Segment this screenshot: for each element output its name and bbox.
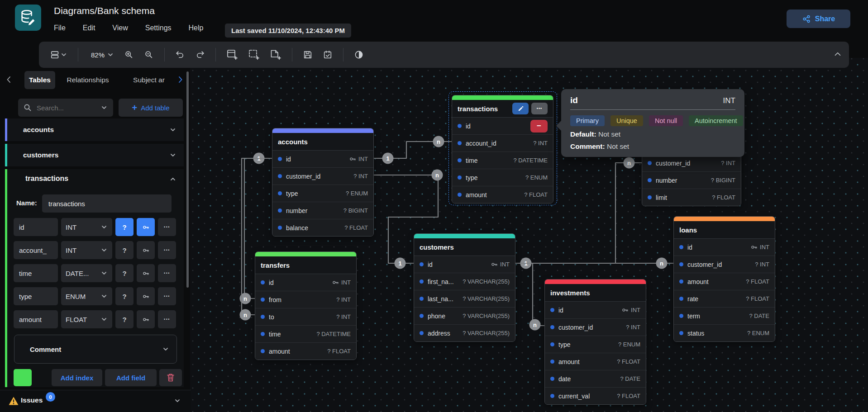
- table-field-row[interactable]: balance? FLOAT: [272, 219, 373, 236]
- collapse-toolbar-button[interactable]: [833, 49, 843, 59]
- table-header[interactable]: transfers: [255, 256, 356, 274]
- table-header[interactable]: customers: [414, 238, 515, 256]
- tab-subject-areas[interactable]: Subject ar: [127, 71, 171, 89]
- save-checkpoint-button[interactable]: [319, 46, 337, 64]
- nullable-toggle[interactable]: ?: [115, 310, 134, 328]
- primary-key-toggle[interactable]: [137, 310, 155, 328]
- field-name-input[interactable]: id: [14, 218, 58, 236]
- field-type-select[interactable]: FLOAT: [61, 310, 112, 328]
- table-field-row[interactable]: idINT: [545, 302, 646, 319]
- field-type-select[interactable]: ENUM: [61, 287, 112, 305]
- nullable-toggle[interactable]: ?: [115, 218, 134, 236]
- table-field-row[interactable]: amount? FLOAT: [545, 353, 646, 370]
- nullable-toggle[interactable]: ?: [115, 287, 134, 305]
- table-color-swatch[interactable]: [14, 369, 32, 386]
- add-table-button[interactable]: [222, 46, 242, 64]
- menu-view[interactable]: View: [112, 24, 128, 32]
- search-input[interactable]: [36, 104, 96, 112]
- table-field-row[interactable]: number? BIGINT: [642, 172, 741, 189]
- table-field-row[interactable]: id−: [452, 118, 553, 135]
- sidebar-item-customers[interactable]: customers: [5, 144, 184, 166]
- table-name-input[interactable]: [42, 194, 172, 213]
- edit-table-button[interactable]: [512, 103, 529, 114]
- table-field-row[interactable]: customer_id? INT: [642, 155, 741, 172]
- table-field-row[interactable]: type? ENUM: [272, 185, 373, 202]
- table-field-row[interactable]: idINT: [674, 239, 775, 256]
- field-type-select[interactable]: DATE...: [61, 264, 112, 282]
- app-logo[interactable]: [15, 5, 41, 31]
- table-field-row[interactable]: time? DATETIME: [452, 152, 553, 169]
- primary-key-toggle[interactable]: [137, 287, 155, 305]
- diagram-table-loans[interactable]: loansidINTcustomer_id? INTamount? FLOATr…: [673, 216, 775, 342]
- chevron-down-icon[interactable]: [169, 152, 176, 159]
- table-field-row[interactable]: idINT: [255, 274, 356, 291]
- tab-relationships[interactable]: Relationships: [65, 71, 110, 89]
- undo-button[interactable]: [171, 46, 189, 64]
- table-header[interactable]: accounts: [272, 133, 373, 151]
- field-name-input[interactable]: type: [14, 287, 58, 305]
- add-field-button[interactable]: Add field: [105, 369, 157, 386]
- diagram-table-accounts[interactable]: accountsidINTcustomer_id? INTtype? ENUMn…: [272, 128, 374, 237]
- add-index-button[interactable]: Add index: [52, 369, 102, 386]
- table-field-row[interactable]: from? INT: [255, 291, 356, 308]
- redo-button[interactable]: [191, 46, 209, 64]
- remove-field-button[interactable]: −: [530, 120, 548, 133]
- sidebar-item-accounts[interactable]: accounts: [5, 118, 184, 141]
- nullable-toggle[interactable]: ?: [115, 241, 134, 259]
- delete-table-button[interactable]: [159, 369, 182, 386]
- table-field-row[interactable]: current_val? FLOAT: [545, 388, 646, 404]
- table-field-row[interactable]: term? DATE: [674, 308, 775, 325]
- field-more-button[interactable]: •••: [158, 218, 176, 236]
- nullable-toggle[interactable]: ?: [115, 264, 134, 282]
- diagram-table-hidden[interactable]: customer_id? INTnumber? BIGINTlimit? FLO…: [642, 154, 741, 206]
- zoom-in-button[interactable]: [120, 46, 138, 64]
- chevron-up-icon[interactable]: [169, 175, 176, 183]
- field-more-button[interactable]: •••: [158, 310, 176, 328]
- table-header[interactable]: investments: [545, 284, 646, 302]
- table-field-row[interactable]: customer_id? INT: [545, 319, 646, 336]
- diagram-table-transactions[interactable]: transactions•••id−account_id? INTtime? D…: [452, 95, 553, 204]
- tabs-scroll-right-button[interactable]: [176, 75, 185, 84]
- zoom-level-dropdown[interactable]: 82%: [85, 46, 118, 64]
- chevron-down-icon[interactable]: [174, 397, 181, 404]
- tabs-scroll-left-button[interactable]: [5, 75, 14, 84]
- zoom-out-button[interactable]: [140, 46, 158, 64]
- tab-tables[interactable]: Tables: [24, 71, 55, 89]
- table-field-row[interactable]: date? DATE: [545, 370, 646, 388]
- menu-help[interactable]: Help: [189, 24, 204, 32]
- add-area-button[interactable]: [244, 46, 264, 64]
- menu-edit[interactable]: Edit: [83, 24, 95, 32]
- table-field-row[interactable]: limit? FLOAT: [642, 189, 741, 206]
- primary-key-toggle[interactable]: [137, 241, 155, 259]
- table-field-row[interactable]: amount? FLOAT: [255, 343, 356, 360]
- table-field-row[interactable]: customer_id? INT: [674, 256, 775, 273]
- table-header[interactable]: loans: [674, 221, 775, 239]
- table-field-row[interactable]: idINT: [414, 256, 515, 273]
- table-field-row[interactable]: rate? FLOAT: [674, 290, 775, 308]
- chevron-down-icon[interactable]: [169, 126, 176, 133]
- table-field-row[interactable]: number? BIGINT: [272, 202, 373, 219]
- diagram-table-customers[interactable]: customersidINTfirst_na...? VARCHAR(255)l…: [414, 233, 515, 342]
- field-name-input[interactable]: time: [14, 264, 58, 282]
- add-table-button-sidebar[interactable]: + Add table: [119, 99, 183, 117]
- add-note-button[interactable]: [266, 46, 286, 64]
- table-more-button[interactable]: •••: [531, 103, 548, 114]
- table-field-row[interactable]: amount? FLOAT: [452, 186, 553, 203]
- diagram-table-transfers[interactable]: transfersidINTfrom? INTto? INTtime? DATE…: [255, 251, 357, 360]
- table-field-row[interactable]: address? VARCHAR(255): [414, 325, 515, 341]
- save-button[interactable]: [299, 46, 317, 64]
- table-field-row[interactable]: amount? FLOAT: [674, 273, 775, 290]
- table-field-row[interactable]: phone? VARCHAR(255): [414, 308, 515, 325]
- table-field-row[interactable]: status? ENUM: [674, 325, 775, 341]
- panel-layout-button[interactable]: [46, 46, 72, 64]
- table-field-row[interactable]: first_na...? VARCHAR(255): [414, 273, 515, 290]
- table-field-row[interactable]: idINT: [272, 151, 373, 168]
- menu-file[interactable]: File: [54, 24, 66, 32]
- transactions-label[interactable]: transactions: [25, 175, 68, 183]
- field-more-button[interactable]: •••: [158, 264, 176, 282]
- table-search[interactable]: [18, 99, 113, 117]
- field-type-select[interactable]: INT: [61, 241, 112, 259]
- primary-key-toggle[interactable]: [137, 264, 155, 282]
- table-field-row[interactable]: account_id? INT: [452, 135, 553, 152]
- table-field-row[interactable]: last_na...? VARCHAR(255): [414, 290, 515, 308]
